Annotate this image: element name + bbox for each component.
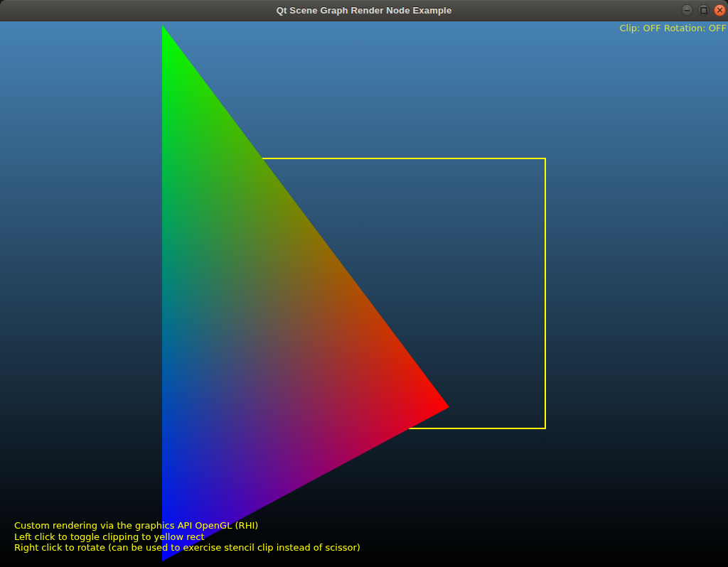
- close-icon: ✕: [716, 5, 724, 16]
- rgb-triangle-blue-pass: [162, 25, 449, 561]
- status-text: Clip: OFF Rotation: OFF: [620, 22, 727, 34]
- window-controls: ✕: [681, 0, 726, 21]
- instruction-line-2: Left click to toggle clipping to yellow …: [14, 531, 360, 543]
- titlebar[interactable]: Qt Scene Graph Render Node Example ✕: [0, 0, 728, 21]
- render-viewport[interactable]: Clip: OFF Rotation: OFF Custom rendering…: [0, 21, 728, 567]
- instruction-line-3: Right click to rotate (can be used to ex…: [14, 542, 360, 554]
- instructions: Custom rendering via the graphics API Op…: [14, 520, 360, 554]
- close-button[interactable]: ✕: [714, 4, 726, 16]
- minimize-button[interactable]: [681, 4, 693, 16]
- app-window: Qt Scene Graph Render Node Example ✕: [0, 0, 728, 567]
- instruction-line-1: Custom rendering via the graphics API Op…: [14, 520, 360, 531]
- window-title: Qt Scene Graph Render Node Example: [277, 5, 452, 16]
- maximize-icon: [700, 7, 707, 14]
- maximize-button[interactable]: [697, 4, 710, 16]
- triangle-layer-blue: [0, 21, 728, 567]
- minimize-icon: [685, 10, 690, 11]
